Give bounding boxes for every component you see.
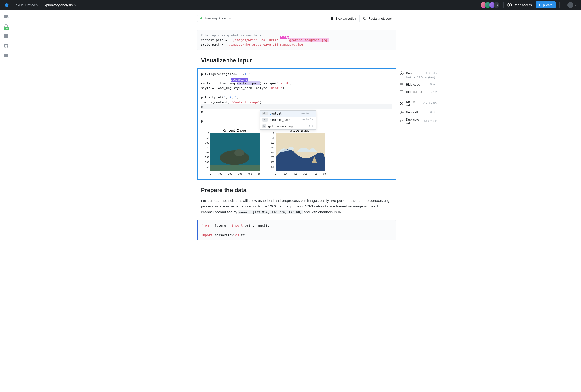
code-cell-active[interactable]: [5] plt.figure(figsize=(10,10)) content … — [197, 68, 396, 180]
context-hide-output[interactable]: Hide output ⌘ + M — [400, 88, 437, 95]
svg-text:350: 350 — [270, 166, 274, 168]
svg-rect-3 — [4, 34, 6, 36]
restart-notebook-button[interactable]: Restart notebook — [359, 15, 396, 22]
heading-prepare: Prepare the data — [201, 187, 396, 193]
context-duplicate-cell[interactable]: Duplicate cell ⌘ + ⇧ + D — [400, 116, 437, 127]
plus-icon — [400, 110, 404, 114]
close-icon — [400, 102, 404, 105]
autocomplete-item[interactable]: fn get_random_img f() — [260, 123, 316, 129]
svg-text:300: 300 — [270, 161, 274, 163]
top-header: Jakub Jurovych / Exploratory analysis +9… — [0, 0, 581, 10]
svg-text:200: 200 — [228, 173, 232, 175]
collaborator-cursor-filip: Filip — [280, 36, 289, 39]
grid-icon — [4, 34, 8, 38]
chevron-down-icon — [575, 4, 577, 6]
svg-text:0: 0 — [208, 132, 209, 134]
breadcrumb-owner[interactable]: Jakub Jurovych — [14, 3, 38, 7]
autocomplete-item[interactable]: abc content_path variable — [260, 117, 316, 123]
copy-icon — [400, 119, 404, 123]
svg-rect-7 — [331, 17, 333, 19]
svg-text:Content Image: Content Image — [223, 129, 246, 132]
svg-text:500: 500 — [258, 173, 261, 175]
svg-rect-5 — [4, 36, 6, 38]
svg-text:200: 200 — [205, 151, 209, 154]
execution-status-bar: Running 2 cells Stop execution Restart n… — [197, 15, 396, 22]
status-text: Running 2 cells — [205, 17, 231, 20]
svg-text:0: 0 — [210, 173, 211, 175]
autocomplete-item[interactable]: abc content variable — [260, 110, 316, 117]
context-lastrun: Last run: 12:34pm (6ms) — [400, 76, 437, 79]
svg-rect-45 — [400, 83, 403, 86]
svg-text:250: 250 — [205, 156, 209, 159]
avatar-more[interactable]: +9 — [494, 2, 500, 8]
plot-content-image: Content Image 0 50 100 150 200 250 30 — [200, 129, 261, 177]
svg-text:150: 150 — [205, 147, 209, 149]
sidebar-item-github[interactable] — [4, 43, 8, 49]
breadcrumb-title[interactable]: Exploratory analysis — [42, 3, 76, 7]
svg-rect-47 — [400, 91, 403, 93]
svg-point-11 — [234, 149, 244, 156]
plot-style-image: Style Image 0 50 100 150 200 250 — [266, 129, 326, 177]
context-run[interactable]: Run ⇧ + Enter — [400, 68, 437, 77]
comment-icon — [4, 53, 8, 58]
svg-text:300: 300 — [303, 173, 307, 175]
play-icon — [400, 71, 404, 75]
svg-text:150: 150 — [270, 147, 274, 149]
duplicate-button[interactable]: Duplicate — [536, 1, 556, 8]
svg-rect-51 — [401, 121, 403, 123]
heading-visualize: Visualize the input — [201, 57, 396, 64]
hide-code-icon — [400, 83, 404, 87]
svg-point-10 — [220, 150, 249, 165]
context-delete-cell[interactable]: Delete cell ⌘ + ⇧ + ⌦ — [400, 98, 437, 109]
svg-text:400: 400 — [248, 173, 252, 175]
collaborator-avatars[interactable]: +9 — [482, 2, 500, 8]
cell-output: Content Image 0 50 100 150 200 250 30 — [198, 126, 396, 179]
svg-text:50: 50 — [206, 137, 209, 139]
svg-text:400: 400 — [313, 173, 317, 175]
chevron-down-icon — [74, 4, 76, 6]
svg-text:300: 300 — [238, 173, 242, 175]
svg-text:0: 0 — [275, 173, 276, 175]
svg-text:50: 50 — [272, 137, 274, 139]
restart-icon — [363, 17, 366, 20]
svg-text:200: 200 — [293, 173, 297, 175]
svg-rect-4 — [6, 34, 8, 36]
svg-rect-6 — [6, 36, 8, 38]
context-hide-code[interactable]: Hide code ⌘ + L — [400, 81, 437, 88]
svg-text:100: 100 — [218, 173, 222, 175]
svg-text:100: 100 — [205, 142, 209, 144]
prose-text: Let's create methods that will allow us … — [201, 198, 392, 215]
stop-icon — [331, 17, 333, 19]
svg-text:500: 500 — [323, 173, 326, 175]
sidebar-item-env[interactable]: 14% — [4, 24, 8, 29]
logo-icon[interactable] — [4, 2, 10, 8]
cell-context-menu: Run ⇧ + Enter Last run: 12:34pm (6ms) Hi… — [400, 68, 437, 127]
breadcrumb: Jakub Jurovych / Exploratory analysis — [14, 3, 76, 7]
code-cell[interactable]: # Set up some global values here content… — [197, 30, 396, 50]
stop-execution-button[interactable]: Stop execution — [327, 15, 359, 22]
left-sidebar: 7 14% — [0, 10, 12, 250]
svg-text:0: 0 — [273, 132, 274, 134]
svg-text:200: 200 — [270, 151, 274, 154]
autocomplete-popup[interactable]: abc content variable abc content_path va… — [260, 110, 316, 130]
svg-point-1 — [509, 4, 510, 6]
sidebar-item-comments[interactable] — [4, 53, 8, 59]
github-icon — [4, 43, 8, 48]
read-access-button[interactable]: Read access — [508, 3, 532, 7]
hide-output-icon — [400, 90, 404, 94]
svg-text:100: 100 — [270, 142, 274, 144]
sidebar-item-files[interactable]: 7 — [4, 14, 8, 19]
user-menu[interactable] — [568, 2, 577, 8]
eye-icon — [508, 3, 512, 7]
svg-text:350: 350 — [205, 166, 209, 168]
svg-text:250: 250 — [270, 156, 274, 159]
sidebar-item-apps[interactable] — [4, 34, 8, 39]
collaborator-cursor-jacqueline: Jacqueline — [230, 78, 248, 82]
svg-text:300: 300 — [205, 161, 209, 163]
code-cell[interactable]: from __future__ import print_function im… — [197, 220, 396, 241]
context-new-cell[interactable]: New cell ⌘ + J — [400, 109, 437, 116]
svg-rect-12 — [210, 165, 260, 171]
status-dot-running — [200, 17, 202, 19]
svg-text:100: 100 — [283, 173, 287, 175]
